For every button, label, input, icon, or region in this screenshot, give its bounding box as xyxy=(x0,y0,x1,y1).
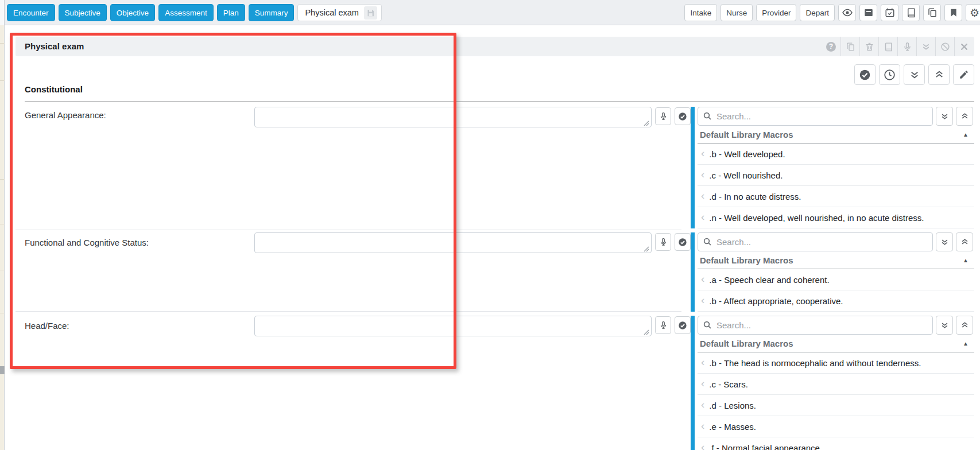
collapse-all-icon[interactable] xyxy=(956,316,973,335)
macro-item-label: .c - Scars. xyxy=(709,379,748,389)
macro-group-title: Default Library Macros xyxy=(700,130,793,139)
macro-list: ‹.b - The head is normocephalic and with… xyxy=(695,352,974,450)
macro-search xyxy=(698,316,933,335)
provider-button[interactable]: Provider xyxy=(756,4,796,21)
search-input[interactable] xyxy=(698,316,933,335)
macro-group-title: Default Library Macros xyxy=(700,255,793,265)
copy-icon[interactable] xyxy=(923,4,941,21)
insert-chevron-icon: ‹ xyxy=(701,441,704,450)
macro-search xyxy=(698,232,933,251)
close-icon[interactable] xyxy=(954,37,973,56)
macro-item[interactable]: ‹.d - Lesions. xyxy=(698,395,974,416)
field-label: Functional and Cognitive Status: xyxy=(25,238,149,247)
expand-all-icon[interactable] xyxy=(936,316,953,335)
gear-icon[interactable]: ⚙ xyxy=(966,4,980,21)
microphone-icon[interactable] xyxy=(655,233,671,251)
nav-button-subjective[interactable]: Subjective xyxy=(59,4,107,21)
search-icon xyxy=(703,111,712,121)
ban-icon[interactable] xyxy=(935,37,954,56)
copy-icon[interactable] xyxy=(840,37,859,56)
collapse-all-icon[interactable] xyxy=(956,107,973,126)
help-icon[interactable]: ? xyxy=(822,37,840,56)
insert-chevron-icon: ‹ xyxy=(701,420,704,431)
macro-item[interactable]: ‹.b - Affect appropriate, cooperative. xyxy=(698,290,974,312)
macro-item-label: .d - Lesions. xyxy=(709,401,756,410)
strip-tick xyxy=(0,224,5,224)
nurse-button[interactable]: Nurse xyxy=(721,4,753,21)
eye-icon[interactable] xyxy=(838,4,856,21)
check-circle-icon[interactable] xyxy=(675,233,691,251)
macro-search-row xyxy=(695,107,974,126)
check-circle-icon[interactable] xyxy=(675,316,691,334)
collapse-all-icon[interactable] xyxy=(928,64,950,85)
search-input[interactable] xyxy=(698,107,933,126)
macro-panel: Default Library Macros ▲ ‹.a - Speech cl… xyxy=(691,232,974,312)
macro-search-row xyxy=(695,316,974,335)
nav-button-assessment[interactable]: Assessment xyxy=(158,4,214,21)
macro-item[interactable]: ‹.n - Well developed, well nourished, in… xyxy=(698,207,974,228)
macro-group-header[interactable]: Default Library Macros ▲ xyxy=(698,126,974,143)
macro-panel: Default Library Macros ▲ ‹.b - The head … xyxy=(691,316,974,450)
microphone-icon[interactable] xyxy=(655,316,671,334)
microphone-icon[interactable] xyxy=(897,37,916,56)
book-icon[interactable] xyxy=(902,4,920,21)
head-face-textarea[interactable] xyxy=(254,316,652,336)
book-icon[interactable] xyxy=(878,37,897,56)
bookmark-icon[interactable] xyxy=(944,4,962,21)
form-title: Physical exam xyxy=(25,41,84,51)
help-glyph: ? xyxy=(826,42,836,52)
functional-cognitive-textarea[interactable] xyxy=(254,232,652,253)
calendar-check-icon[interactable] xyxy=(881,4,898,21)
nav-button-encounter[interactable]: Encounter xyxy=(7,4,55,21)
microphone-icon[interactable] xyxy=(655,107,671,125)
nav-button-plan[interactable]: Plan xyxy=(217,4,245,21)
macro-item[interactable]: ‹.c - Scars. xyxy=(698,374,974,395)
clock-icon[interactable] xyxy=(879,64,900,85)
check-circle-icon[interactable] xyxy=(854,64,876,85)
strip-tick xyxy=(0,43,5,44)
search-input[interactable] xyxy=(698,232,933,251)
macro-group-header[interactable]: Default Library Macros ▲ xyxy=(698,335,974,352)
depart-button[interactable]: Depart xyxy=(800,4,835,21)
macro-item[interactable]: ‹.a - Speech clear and coherent. xyxy=(698,269,974,290)
row-divider xyxy=(16,230,681,230)
macro-item[interactable]: ‹.d - In no acute distress. xyxy=(698,186,974,207)
expand-all-icon[interactable] xyxy=(904,64,925,85)
macro-group-header[interactable]: Default Library Macros ▲ xyxy=(698,251,974,269)
collapse-all-icon[interactable] xyxy=(956,232,973,251)
macro-item[interactable]: ‹.b - The head is normocephalic and with… xyxy=(698,352,974,374)
macro-item[interactable]: ‹.f - Normal facial appearance. xyxy=(698,437,974,450)
collapse-down-icon[interactable] xyxy=(916,37,935,56)
macro-item-label: .c - Well nourished. xyxy=(709,170,783,180)
side-strip[interactable] xyxy=(0,25,5,450)
macro-list: ‹.a - Speech clear and coherent. ‹.b - A… xyxy=(695,269,974,312)
field-row-head-face: Head/Face: Default Libra xyxy=(16,311,974,450)
macro-item-label: .d - In no acute distress. xyxy=(709,192,801,201)
macro-item-label: .b - Affect appropriate, cooperative. xyxy=(709,296,843,306)
check-circle-icon[interactable] xyxy=(675,107,691,125)
tab-physical-exam[interactable]: Physical exam xyxy=(297,4,381,21)
intake-button[interactable]: Intake xyxy=(684,4,717,21)
macro-list: ‹.b - Well developed. ‹.c - Well nourish… xyxy=(695,143,974,228)
expand-all-icon[interactable] xyxy=(936,107,953,126)
trash-icon[interactable] xyxy=(859,37,878,56)
insert-chevron-icon: ‹ xyxy=(701,148,704,158)
insert-chevron-icon: ‹ xyxy=(701,273,704,284)
archive-icon[interactable] xyxy=(859,4,877,21)
macro-item[interactable]: ‹.e - Masses. xyxy=(698,416,974,437)
form-action-buttons xyxy=(854,64,974,85)
macro-item[interactable]: ‹.b - Well developed. xyxy=(698,143,974,165)
field-row-general-appearance: General Appearance: Defa xyxy=(16,102,974,230)
gear-glyph: ⚙ xyxy=(970,6,979,20)
collapse-triangle-icon: ▲ xyxy=(963,257,969,263)
macro-item[interactable]: ‹.c - Well nourished. xyxy=(698,165,974,186)
insert-chevron-icon: ‹ xyxy=(701,294,704,305)
nav-button-summary[interactable]: Summary xyxy=(249,4,295,21)
edit-icon[interactable] xyxy=(953,64,974,85)
strip-scroll-thumb[interactable] xyxy=(0,366,5,374)
search-icon xyxy=(703,320,712,329)
nav-button-objective[interactable]: Objective xyxy=(110,4,155,21)
save-icon[interactable] xyxy=(364,6,377,20)
general-appearance-textarea[interactable] xyxy=(254,107,652,127)
expand-all-icon[interactable] xyxy=(936,232,953,251)
